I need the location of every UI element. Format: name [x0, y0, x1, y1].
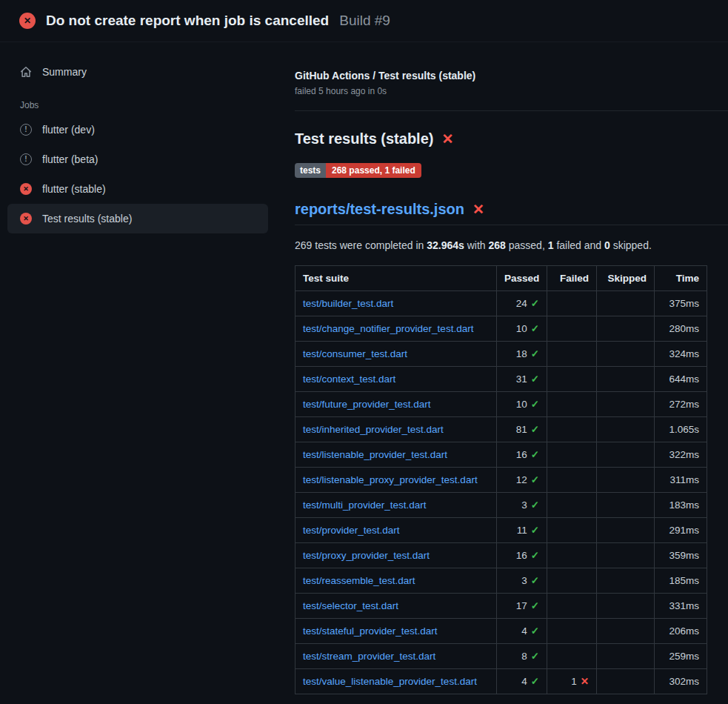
breadcrumb: GitHub Actions / Test results (stable) [295, 69, 704, 82]
passed-cell: 16✓ [497, 543, 547, 568]
suite-link[interactable]: test/stateful_provider_test.dart [303, 625, 438, 637]
time-cell: 375ms [655, 291, 707, 316]
passed-count: 18 [516, 348, 527, 359]
build-title: Do not create report when job is cancell… [46, 13, 329, 29]
suite-link[interactable]: test/multi_provider_test.dart [303, 499, 427, 511]
table-row: test/stateful_provider_test.dart 4✓ 206m… [295, 619, 707, 644]
suite-link[interactable]: test/builder_test.dart [303, 298, 393, 309]
badge-label: tests [295, 163, 326, 178]
suite-link[interactable]: test/consumer_test.dart [303, 348, 407, 359]
table-row: test/change_notifier_provider_test.dart … [295, 316, 707, 342]
col-header-failed: Failed [547, 266, 597, 291]
skipped-cell [597, 316, 655, 342]
suite-link[interactable]: test/inherited_provider_test.dart [303, 424, 444, 435]
time-cell: 324ms [655, 342, 707, 367]
suite-link[interactable]: test/future_provider_test.dart [303, 399, 431, 410]
passed-cell: 81✓ [497, 417, 547, 442]
skipped-cell [597, 619, 655, 644]
check-icon: ✓ [531, 323, 539, 334]
failed-cell [547, 392, 597, 417]
time-cell: 185ms [655, 568, 707, 594]
build-number: Build #9 [339, 13, 390, 29]
sidebar-job-item[interactable]: ✕ Test results (stable) [7, 204, 268, 233]
passed-cell: 11✓ [497, 518, 547, 543]
sidebar-item-summary[interactable]: Summary [7, 57, 268, 87]
failed-cell [547, 468, 597, 493]
failed-cell [547, 644, 597, 669]
col-header-passed: Passed [497, 266, 547, 291]
suite-link[interactable]: test/selector_test.dart [303, 600, 398, 611]
job-status-icon: ! [20, 124, 32, 136]
skipped-cell [597, 594, 655, 619]
summary-line: 269 tests were completed in 32.964s with… [295, 239, 704, 253]
suite-link[interactable]: test/value_listenable_provider_test.dart [303, 676, 477, 687]
home-icon [20, 66, 32, 78]
run-status-line: failed 5 hours ago in 0s [295, 85, 704, 97]
passed-cell: 3✓ [497, 568, 547, 594]
results-table-head: Test suite Passed Failed Skipped Time [295, 266, 707, 291]
page-content: Summary Jobs ! flutter (dev) ! flutter (… [0, 42, 728, 694]
suite-link[interactable]: test/proxy_provider_test.dart [303, 550, 430, 561]
table-row: test/context_test.dart 31✓ 644ms [295, 367, 707, 392]
table-row: test/listenable_proxy_provider_test.dart… [295, 468, 707, 493]
time-cell: 1.065s [655, 417, 707, 442]
suite-link[interactable]: test/stream_provider_test.dart [303, 651, 435, 662]
table-row: test/proxy_provider_test.dart 16✓ 359ms [295, 543, 707, 568]
check-icon: ✓ [531, 373, 539, 385]
skipped-cell [597, 442, 655, 468]
sidebar-job-item[interactable]: ! flutter (beta) [7, 145, 268, 174]
table-row: test/reassemble_test.dart 3✓ 185ms [295, 568, 707, 594]
summary-prefix: 269 tests were completed in [295, 239, 427, 251]
check-icon: ✓ [531, 348, 539, 359]
results-table-body: test/builder_test.dart 24✓ 375ms test/ch… [295, 291, 707, 694]
suite-link[interactable]: test/context_test.dart [303, 373, 395, 385]
job-status-icon: ✕ [20, 213, 32, 225]
sidebar-job-item[interactable]: ! flutter (dev) [7, 115, 268, 145]
check-icon: ✓ [531, 525, 539, 536]
suite-link[interactable]: test/listenable_proxy_provider_test.dart [303, 474, 478, 485]
report-link[interactable]: reports/test-results.json [295, 200, 464, 218]
failed-cell [547, 543, 597, 568]
failed-cell [547, 342, 597, 367]
suite-link[interactable]: test/change_notifier_provider_test.dart [303, 323, 473, 334]
job-status-icon: ! [20, 153, 32, 165]
passed-cell: 12✓ [497, 468, 547, 493]
passed-cell: 10✓ [497, 392, 547, 417]
table-row: test/consumer_test.dart 18✓ 324ms [295, 342, 707, 367]
summary-mid2: passed, [506, 239, 548, 251]
passed-cell: 17✓ [497, 594, 547, 619]
failed-cell [547, 417, 597, 442]
job-label: flutter (stable) [42, 183, 106, 195]
passed-cell: 18✓ [497, 342, 547, 367]
tests-badge: tests 268 passed, 1 failed [295, 163, 421, 178]
passed-count: 8 [521, 651, 527, 662]
col-header-skipped: Skipped [597, 266, 655, 291]
failed-cell [547, 568, 597, 594]
suite-link[interactable]: test/listenable_provider_test.dart [303, 449, 447, 460]
failed-cell [547, 291, 597, 316]
passed-count: 4 [521, 625, 527, 637]
passed-count: 17 [516, 600, 527, 611]
col-header-time: Time [655, 266, 707, 291]
summary-mid3: failed and [554, 239, 605, 251]
job-label: Test results (stable) [42, 213, 132, 225]
skipped-cell [597, 367, 655, 392]
build-header: ✕ Do not create report when job is cance… [0, 0, 728, 42]
passed-cell: 4✓ [497, 619, 547, 644]
badge-value: 268 passed, 1 failed [326, 163, 421, 178]
passed-count: 81 [516, 424, 527, 435]
check-icon: ✓ [531, 600, 539, 611]
skipped-cell [597, 342, 655, 367]
summary-suffix: skipped. [610, 239, 652, 251]
check-icon: ✓ [531, 424, 539, 435]
sidebar-job-item[interactable]: ✕ flutter (stable) [7, 174, 268, 204]
table-row: test/inherited_provider_test.dart 81✓ 1.… [295, 417, 707, 442]
table-row: test/future_provider_test.dart 10✓ 272ms [295, 392, 707, 417]
skipped-cell [597, 392, 655, 417]
time-cell: 322ms [655, 442, 707, 468]
check-icon: ✓ [531, 575, 539, 586]
check-icon: ✓ [531, 449, 539, 460]
suite-link[interactable]: test/reassemble_test.dart [303, 575, 415, 586]
failed-cell [547, 367, 597, 392]
suite-link[interactable]: test/provider_test.dart [303, 525, 400, 536]
